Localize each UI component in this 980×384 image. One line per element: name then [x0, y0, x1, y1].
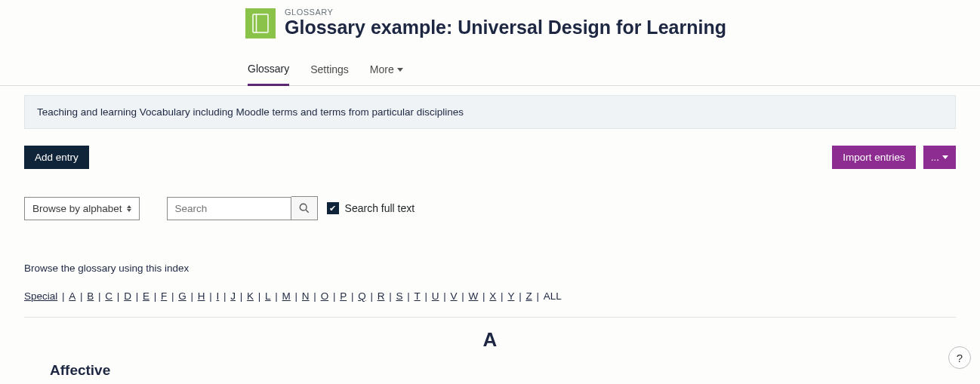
tab-bar: Glossary Settings More — [0, 57, 980, 86]
index-current: ALL — [544, 290, 562, 302]
separator: | — [348, 290, 356, 302]
help-button[interactable]: ? — [948, 346, 971, 369]
separator: | — [386, 290, 394, 302]
separator: | — [534, 290, 542, 302]
tab-glossary[interactable]: Glossary — [248, 57, 289, 86]
svg-point-2 — [300, 204, 307, 210]
alphabet-index: Special | A | B | C | D | E | F | G | H … — [24, 290, 956, 302]
index-link[interactable]: F — [161, 290, 167, 302]
separator: | — [330, 290, 338, 302]
separator: | — [459, 290, 467, 302]
index-link[interactable]: Special — [24, 290, 57, 302]
separator: | — [255, 290, 263, 302]
search-input[interactable] — [167, 197, 291, 220]
page-title: Glossary example: Universal Design for L… — [285, 17, 726, 38]
tab-more[interactable]: More — [370, 57, 403, 85]
svg-line-3 — [306, 210, 309, 213]
description: Teaching and learning Vocabulary includi… — [24, 95, 956, 129]
chevron-down-icon — [397, 68, 403, 72]
separator: | — [479, 290, 488, 302]
search-icon — [299, 203, 310, 214]
index-link[interactable]: D — [124, 290, 131, 302]
index-link[interactable]: M — [282, 290, 291, 302]
index-link[interactable]: J — [230, 290, 236, 302]
separator: | — [516, 290, 524, 302]
index-link[interactable]: N — [302, 290, 310, 302]
search-button[interactable] — [291, 196, 318, 220]
sort-icon — [127, 205, 131, 212]
index-link[interactable]: P — [340, 290, 347, 302]
separator: | — [168, 290, 177, 302]
index-link[interactable]: U — [432, 290, 439, 302]
index-link[interactable]: G — [178, 290, 186, 302]
more-label: ... — [931, 152, 939, 163]
separator: | — [114, 290, 122, 302]
section-letter: A — [24, 328, 956, 352]
select-label: Browse by alphabet — [32, 203, 122, 214]
index-link[interactable]: R — [378, 290, 385, 302]
separator: | — [422, 290, 430, 302]
divider — [24, 317, 956, 318]
breadcrumb: GLOSSARY — [285, 8, 726, 17]
index-link[interactable]: I — [216, 290, 219, 302]
separator: | — [59, 290, 67, 302]
more-actions-button[interactable]: ... — [923, 146, 956, 169]
chevron-down-icon — [942, 155, 948, 159]
tab-label: Settings — [310, 63, 349, 75]
index-link[interactable]: T — [414, 290, 421, 302]
checkbox-checked-icon: ✔ — [327, 202, 339, 214]
separator: | — [77, 290, 85, 302]
index-link[interactable]: Z — [525, 290, 532, 302]
separator: | — [237, 290, 245, 302]
import-entries-button[interactable]: Import entries — [832, 146, 916, 169]
index-link[interactable]: O — [321, 290, 329, 302]
index-link[interactable]: C — [105, 290, 112, 302]
browse-index-label: Browse the glossary using this index — [24, 263, 956, 274]
separator: | — [133, 290, 141, 302]
index-link[interactable]: H — [198, 290, 205, 302]
separator: | — [441, 290, 449, 302]
separator: | — [368, 290, 376, 302]
index-link[interactable]: B — [87, 290, 94, 302]
separator: | — [405, 290, 413, 302]
tab-settings[interactable]: Settings — [310, 57, 349, 85]
separator: | — [273, 290, 281, 302]
tab-label: Glossary — [248, 63, 289, 75]
glossary-entry: Affective The "why" of learning. How lea… — [24, 362, 956, 384]
index-link[interactable]: Q — [358, 290, 366, 302]
search-full-text-checkbox[interactable]: ✔ Search full text — [327, 202, 415, 214]
index-link[interactable]: W — [469, 290, 479, 302]
index-link[interactable]: X — [489, 290, 496, 302]
tab-label: More — [370, 63, 394, 75]
separator: | — [498, 290, 506, 302]
index-link[interactable]: L — [265, 290, 271, 302]
separator: | — [220, 290, 229, 302]
add-entry-button[interactable]: Add entry — [24, 146, 89, 169]
svg-rect-0 — [253, 14, 268, 32]
entry-title: Affective — [50, 362, 956, 379]
separator: | — [206, 290, 214, 302]
separator: | — [95, 290, 103, 302]
index-link[interactable]: S — [396, 290, 402, 302]
separator: | — [151, 290, 159, 302]
checkbox-label: Search full text — [345, 202, 415, 214]
index-link[interactable]: K — [247, 290, 254, 302]
index-link[interactable]: E — [143, 290, 149, 302]
index-link[interactable]: Y — [507, 290, 514, 302]
browse-mode-select[interactable]: Browse by alphabet — [24, 197, 140, 220]
index-link[interactable]: V — [451, 290, 458, 302]
separator: | — [292, 290, 300, 302]
index-link[interactable]: A — [69, 290, 76, 302]
glossary-icon — [245, 8, 276, 38]
separator: | — [311, 290, 319, 302]
separator: | — [188, 290, 196, 302]
